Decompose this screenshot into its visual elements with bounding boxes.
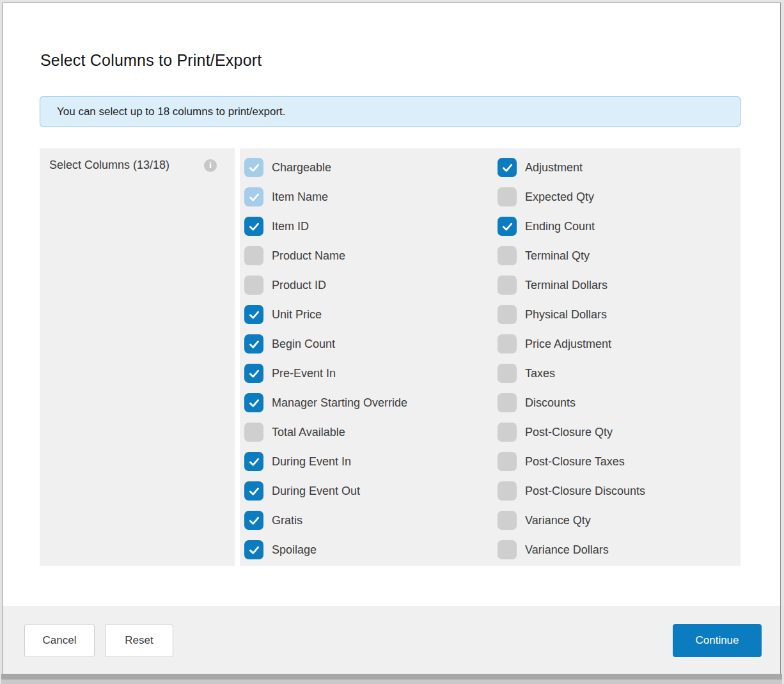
check-icon <box>247 455 261 469</box>
checkbox-checked[interactable] <box>498 158 517 177</box>
checkbox-row[interactable]: Product ID <box>244 276 407 295</box>
checkbox-row[interactable]: Chargeable <box>244 158 407 177</box>
checkbox-row[interactable]: Post-Closure Taxes <box>498 452 645 471</box>
checkbox-row[interactable]: Manager Starting Override <box>244 393 407 412</box>
checkbox-label: Item ID <box>272 220 309 233</box>
checkbox-checked[interactable] <box>244 217 263 236</box>
checkbox-label: Taxes <box>525 367 555 380</box>
checkbox-row[interactable]: Adjustment <box>498 158 645 177</box>
checkbox-row[interactable]: Item ID <box>244 217 407 236</box>
checkbox-unchecked[interactable] <box>498 187 517 206</box>
checkbox-label: Spoilage <box>272 543 317 557</box>
checkbox-row[interactable]: Physical Dollars <box>498 305 645 324</box>
checkbox-unchecked[interactable] <box>498 423 517 442</box>
checkbox-label: Ending Count <box>525 220 595 233</box>
continue-button[interactable]: Continue <box>673 624 762 657</box>
checkbox-column-1: ChargeableItem NameItem IDProduct NamePr… <box>244 158 407 570</box>
checkbox-row[interactable]: Price Adjustment <box>498 334 645 354</box>
checkbox-label: Total Available <box>272 426 345 439</box>
checkbox-checked[interactable] <box>244 452 263 471</box>
checkbox-unchecked[interactable] <box>498 511 517 530</box>
checkbox-label: Unit Price <box>272 308 322 322</box>
checkbox-row[interactable]: Post-Closure Discounts <box>498 481 645 501</box>
check-icon <box>247 485 261 498</box>
checkbox-label: Chargeable <box>272 161 331 175</box>
reset-button[interactable]: Reset <box>105 624 173 657</box>
checkbox-unchecked[interactable] <box>498 452 517 471</box>
info-banner-text: You can select up to 18 columns to print… <box>57 105 286 118</box>
checkbox-checked[interactable] <box>244 393 263 412</box>
checkbox-unchecked[interactable] <box>498 305 517 324</box>
info-icon[interactable]: i <box>204 159 217 172</box>
checkbox-label: Post-Closure Taxes <box>525 455 625 469</box>
checkbox-checked <box>244 158 263 177</box>
checkbox-label: Product ID <box>272 279 326 292</box>
checkbox-unchecked[interactable] <box>498 246 517 265</box>
check-icon <box>247 161 261 175</box>
dialog-body: Select Columns (13/18) i ChargeableItem … <box>40 148 741 566</box>
checkbox-row[interactable]: Total Available <box>244 423 407 442</box>
checkbox-unchecked[interactable] <box>244 423 263 442</box>
checkbox-label: Post-Closure Qty <box>525 426 613 439</box>
checkbox-unchecked[interactable] <box>244 276 263 295</box>
checkbox-row[interactable]: Begin Count <box>244 334 407 354</box>
checkbox-label: Manager Starting Override <box>272 396 407 410</box>
checkbox-checked[interactable] <box>498 217 517 236</box>
checkbox-label: Terminal Dollars <box>525 279 608 292</box>
select-columns-dialog: Select Columns to Print/Export You can s… <box>3 3 781 674</box>
checkbox-area: ChargeableItem NameItem IDProduct NamePr… <box>240 148 741 566</box>
checkbox-label: Price Adjustment <box>525 338 611 351</box>
checkbox-label: Expected Qty <box>525 190 594 204</box>
checkbox-row[interactable]: Unit Price <box>244 305 407 324</box>
checkbox-unchecked[interactable] <box>498 334 517 354</box>
checkbox-unchecked[interactable] <box>498 540 517 559</box>
check-icon <box>247 543 261 557</box>
checkbox-row[interactable]: Post-Closure Qty <box>498 423 645 442</box>
checkbox-row[interactable]: Variance Dollars <box>498 540 645 559</box>
checkbox-unchecked[interactable] <box>498 276 517 295</box>
panel-divider <box>235 148 240 566</box>
checkbox-row[interactable]: Variance Qty <box>498 511 645 530</box>
checkbox-label: Terminal Qty <box>525 249 590 263</box>
checkbox-label: Product Name <box>272 249 345 263</box>
check-icon <box>501 220 514 233</box>
checkbox-label: Begin Count <box>272 338 335 351</box>
checkbox-unchecked[interactable] <box>498 481 517 501</box>
checkbox-row[interactable]: During Event Out <box>244 481 407 501</box>
checkbox-row[interactable]: Item Name <box>244 187 407 206</box>
checkbox-row[interactable]: Ending Count <box>498 217 645 236</box>
checkbox-label: Post-Closure Discounts <box>525 485 645 498</box>
checkbox-checked[interactable] <box>244 481 263 501</box>
checkbox-label: Adjustment <box>525 161 583 175</box>
checkbox-label: During Event In <box>272 455 351 469</box>
checkbox-checked[interactable] <box>244 540 263 559</box>
checkbox-unchecked[interactable] <box>498 364 517 383</box>
checkbox-row[interactable]: Terminal Qty <box>498 246 645 265</box>
checkbox-unchecked[interactable] <box>244 246 263 265</box>
checkbox-checked[interactable] <box>244 305 263 324</box>
check-icon <box>247 190 261 204</box>
checkbox-row[interactable]: Taxes <box>498 364 645 383</box>
checkbox-label: Variance Dollars <box>525 543 609 557</box>
info-banner: You can select up to 18 columns to print… <box>40 96 741 127</box>
checkbox-checked[interactable] <box>244 334 263 354</box>
check-icon <box>247 220 261 233</box>
checkbox-unchecked[interactable] <box>498 393 517 412</box>
checkbox-column-2: AdjustmentExpected QtyEnding CountTermin… <box>498 158 645 570</box>
checkbox-checked[interactable] <box>244 364 263 383</box>
checkbox-checked[interactable] <box>244 511 263 530</box>
check-icon <box>247 367 261 380</box>
cancel-button[interactable]: Cancel <box>24 624 95 657</box>
checkbox-label: During Event Out <box>272 485 360 498</box>
checkbox-row[interactable]: Pre-Event In <box>244 364 407 383</box>
checkbox-checked <box>244 187 263 206</box>
checkbox-row[interactable]: Gratis <box>244 511 407 530</box>
checkbox-label: Gratis <box>272 514 302 527</box>
checkbox-row[interactable]: Terminal Dollars <box>498 276 645 295</box>
checkbox-label: Physical Dollars <box>525 308 607 322</box>
checkbox-row[interactable]: Product Name <box>244 246 407 265</box>
checkbox-row[interactable]: During Event In <box>244 452 407 471</box>
checkbox-row[interactable]: Discounts <box>498 393 645 412</box>
checkbox-row[interactable]: Expected Qty <box>498 187 645 206</box>
checkbox-row[interactable]: Spoilage <box>244 540 407 559</box>
